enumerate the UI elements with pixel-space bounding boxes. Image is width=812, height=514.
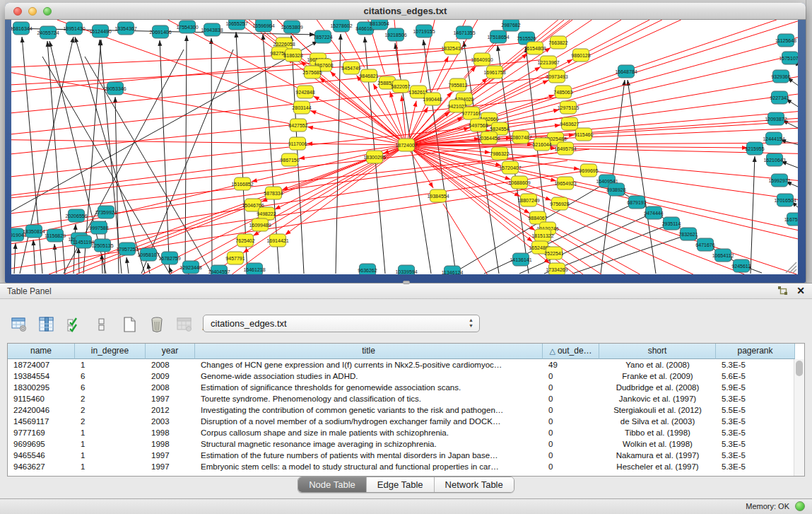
- resize-grip-icon[interactable]: [786, 262, 796, 273]
- network-node[interactable]: 9997588: [89, 221, 108, 234]
- network-node[interactable]: 12213967: [537, 56, 559, 69]
- network-node[interactable]: 9117006: [288, 137, 307, 150]
- network-node[interactable]: 8813054: [370, 20, 389, 30]
- network-node[interactable]: 16154808: [524, 42, 546, 54]
- network-node[interactable]: 14136141: [510, 253, 531, 266]
- table-row[interactable]: 1830029562008Estimation of significance …: [8, 382, 804, 393]
- table-settings-icon[interactable]: [10, 315, 28, 334]
- network-node[interactable]: 5822057: [391, 80, 410, 93]
- network-node[interactable]: 6471676: [695, 238, 714, 251]
- column-header-short[interactable]: short: [599, 344, 716, 359]
- network-node[interactable]: 16210643: [763, 153, 785, 166]
- column-header-in_degree[interactable]: in_degree: [75, 344, 146, 359]
- network-node[interactable]: 9457791: [225, 252, 245, 264]
- network-node[interactable]: 10339594: [395, 265, 417, 274]
- network-node[interactable]: 18951430: [63, 22, 85, 35]
- network-node[interactable]: 18640910: [471, 53, 493, 66]
- table-panel-titlebar[interactable]: Table Panel ✕: [0, 284, 812, 299]
- network-node[interactable]: 19218506: [384, 28, 406, 41]
- network-node[interactable]: 18300295: [363, 151, 385, 163]
- table-row[interactable]: 911546021997Tourette syndrome. Phenomeno…: [8, 393, 804, 404]
- network-node[interactable]: 12093872: [765, 112, 787, 125]
- row-height-icon[interactable]: [93, 315, 111, 334]
- network-node[interactable]: 8454749: [341, 62, 360, 74]
- network-node[interactable]: 9498222: [257, 207, 276, 220]
- table-row[interactable]: 946362711997Embryonic stem cells: a mode…: [8, 461, 804, 472]
- table-row[interactable]: 1872400712008Changes of HCN gene express…: [8, 359, 804, 370]
- network-node[interactable]: 8938928: [606, 183, 625, 196]
- network-node[interactable]: 6216044: [532, 138, 551, 151]
- table-select-dropdown[interactable]: citations_edges.txt ▲▼: [203, 315, 480, 332]
- network-node[interactable]: 9860128: [571, 49, 590, 62]
- network-node[interactable]: 20691406: [149, 25, 171, 38]
- network-node[interactable]: 7857224: [313, 30, 332, 43]
- network-node[interactable]: 10807487: [510, 131, 531, 144]
- scrollbar-thumb[interactable]: [796, 361, 803, 376]
- network-node[interactable]: 9463627: [560, 117, 579, 130]
- tab-network-table[interactable]: Network Table: [435, 477, 514, 492]
- column-header-year[interactable]: year: [146, 344, 195, 359]
- network-node[interactable]: 7832621: [678, 228, 698, 240]
- network-node[interactable]: 24055724: [37, 26, 59, 39]
- network-node[interactable]: 12505135: [91, 239, 113, 252]
- network-node[interactable]: 13354367: [114, 22, 136, 35]
- table-row[interactable]: 1456911722003Disruption of a novel membe…: [8, 416, 804, 427]
- network-node[interactable]: 10719155: [413, 25, 435, 37]
- network-node[interactable]: 17016504: [774, 194, 796, 206]
- network-node[interactable]: 29053346: [104, 82, 126, 95]
- network-node[interactable]: 15166852: [231, 177, 253, 190]
- delete-table-icon[interactable]: [148, 315, 166, 334]
- network-node[interactable]: 9242848: [295, 86, 314, 98]
- table-row[interactable]: 977716911998Corpus callosum shape and si…: [8, 427, 804, 438]
- table-row[interactable]: 2242004622012Investigating the contribut…: [8, 404, 804, 416]
- network-node[interactable]: 17554300: [176, 21, 198, 33]
- network-node[interactable]: 7485063: [553, 86, 572, 98]
- network-node[interactable]: 16914421: [266, 234, 288, 247]
- network-node[interactable]: 9846821: [359, 69, 378, 82]
- network-node[interactable]: 9474444: [644, 206, 663, 219]
- network-node[interactable]: 10943838: [201, 23, 223, 36]
- network-node[interactable]: 16816344: [11, 22, 33, 35]
- network-node[interactable]: 10958107: [137, 248, 159, 261]
- network-node[interactable]: 17518654: [487, 30, 509, 43]
- network-node[interactable]: 10973493: [546, 70, 567, 83]
- network-node[interactable]: 16596964: [252, 20, 274, 32]
- network-node[interactable]: 16961758: [483, 66, 505, 78]
- network-node[interactable]: 1990448: [423, 93, 442, 105]
- network-node[interactable]: 15720407: [499, 161, 521, 174]
- network-node[interactable]: 16461218: [243, 263, 265, 274]
- network-node[interactable]: 7625402: [235, 234, 254, 247]
- network-node[interactable]: 12444154: [763, 132, 784, 145]
- network-node[interactable]: 17957253: [116, 243, 138, 255]
- network-node[interactable]: 19654923: [554, 177, 576, 189]
- network-node[interactable]: 2803144: [292, 101, 311, 114]
- network-node[interactable]: 8186328: [283, 49, 302, 62]
- network-node[interactable]: 16782759: [158, 252, 180, 264]
- new-table-icon[interactable]: [120, 315, 139, 334]
- import-table-icon[interactable]: [175, 315, 194, 334]
- network-node[interactable]: 2522541: [544, 247, 563, 259]
- float-panel-icon[interactable]: [777, 286, 788, 296]
- network-node[interactable]: 16053809: [281, 21, 302, 33]
- network-node[interactable]: 18724007: [395, 139, 417, 151]
- table-vertical-scrollbar[interactable]: [794, 359, 804, 476]
- network-node[interactable]: 12975115: [558, 101, 579, 114]
- network-node[interactable]: 11125648: [775, 34, 796, 47]
- network-node[interactable]: 18325419: [441, 42, 463, 54]
- network-node[interactable]: 16495794: [554, 142, 576, 155]
- network-node[interactable]: 12923448: [180, 261, 201, 274]
- table-row[interactable]: 946554611997Estimation of the future num…: [8, 450, 804, 461]
- network-node[interactable]: 20206556: [65, 209, 87, 222]
- network-node[interactable]: 17334269: [546, 263, 567, 274]
- column-header-title[interactable]: title: [195, 344, 543, 359]
- network-node[interactable]: 16099489: [249, 218, 271, 231]
- network-node[interactable]: 7663822: [548, 36, 567, 49]
- network-node[interactable]: 8215955: [745, 142, 764, 155]
- network-node[interactable]: 9227343: [770, 91, 789, 104]
- network-node[interactable]: 5878334: [264, 187, 283, 199]
- network-node[interactable]: 7955812: [448, 78, 467, 91]
- column-header-pagerank[interactable]: pagerank: [716, 344, 795, 359]
- network-node[interactable]: 9756928: [550, 197, 569, 210]
- network-node[interactable]: 15751074: [779, 52, 798, 64]
- network-node[interactable]: 16648784: [615, 65, 637, 78]
